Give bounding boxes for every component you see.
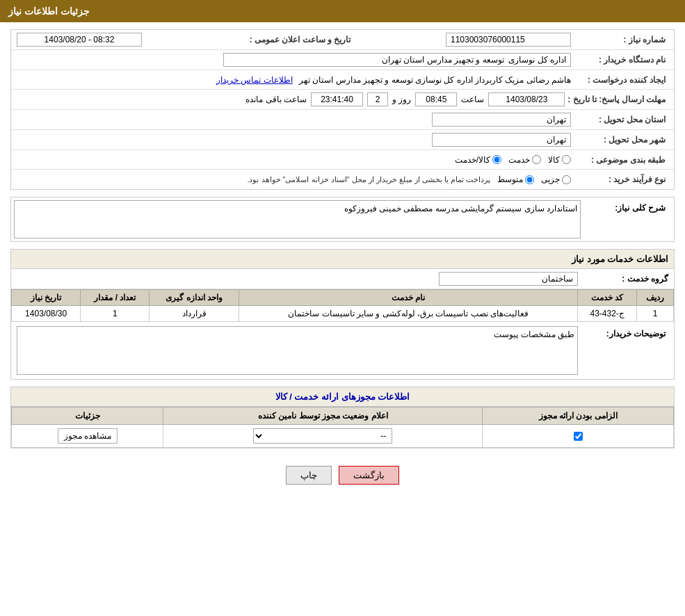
nofarayand-jozii-label[interactable]: جزیی — [541, 175, 571, 184]
info-section: شماره نیاز : تاریخ و ساعت اعلان عمومی : … — [10, 29, 675, 190]
ijad-value-cell: هاشم رضائی مزیک کاربرداز اداره کل نوسازی… — [14, 74, 574, 86]
sharh-section: شرح کلی نیاز: استاندارد سازی سیستم گرمای… — [10, 197, 675, 242]
col-tedad: تعداد / مقدار — [81, 290, 150, 306]
mohlat-value-cell: ساعت روز و ساعت باقی مانده — [14, 91, 567, 108]
services-section: اطلاعات خدمات مورد نیاز گروه خدمت : ردیف… — [10, 249, 675, 380]
col-vahed: واحد اندازه گیری — [150, 290, 239, 306]
nofarayand-motevaset-radio[interactable] — [525, 175, 534, 184]
group-input[interactable] — [439, 272, 578, 286]
col-tarikh: تاریخ نیاز — [12, 290, 81, 306]
tosiyeh-box: توضیحات خریدار: طبق مشخصات پیوست — [11, 322, 674, 379]
sharh-textarea[interactable]: استاندارد سازی سیستم گرمایشی مدرسه مصطفی… — [14, 200, 581, 238]
row-mohlat: مهلت ارسال پاسخ: تا تاریخ : ساعت روز و س… — [11, 90, 674, 110]
tabaqe-khedmat-label[interactable]: خدمت — [508, 155, 541, 165]
namdastgah-input[interactable] — [223, 53, 571, 67]
tabaqe-kala-khedmat-radio[interactable] — [492, 155, 501, 164]
mohlat-date-input[interactable] — [488, 92, 565, 106]
table-row: -- مشاهده مجوز — [12, 425, 674, 448]
tabaqe-value-cell: کالا خدمت کالا/خدمت — [14, 154, 574, 166]
tarikh-value-cell — [14, 31, 232, 48]
col-radif: ردیف — [637, 290, 674, 306]
ijad-label: ایجاد کننده درخواست : — [574, 75, 671, 85]
mohlat-baqi-input[interactable] — [311, 92, 363, 106]
elzami-checkbox[interactable] — [574, 432, 583, 441]
print-button[interactable]: چاپ — [286, 466, 332, 485]
group-row: گروه خدمت : — [11, 269, 674, 289]
tabaqe-kala-label[interactable]: کالا — [548, 155, 571, 165]
shomara-value-cell — [357, 31, 574, 48]
mozah-button[interactable]: مشاهده مجوز — [58, 428, 118, 444]
mohlat-rooz-label: روز و — [392, 95, 411, 104]
shomara-label: شماره نیاز : — [574, 35, 671, 44]
cell-kod: ج-432-43 — [578, 306, 637, 322]
namdastgah-value-cell — [14, 51, 574, 68]
tosiyeh-textarea[interactable]: طبق مشخصات پیوست — [17, 326, 578, 375]
cell-name: فعالیت‌های نصب تاسیسات برق، لوله‌کشی و س… — [239, 306, 578, 322]
nofarayand-value-cell: جزیی متوسط پرداخت تمام یا بخشی از مبلغ خ… — [14, 173, 574, 186]
ijad-link[interactable]: اطلاعات تماس خریدار — [216, 75, 293, 85]
cell-vahed: قرارداد — [150, 306, 239, 322]
page-container: جزئیات اطلاعات نیاز شماره نیاز : تاریخ و… — [0, 0, 685, 616]
mojoz-title: اطلاعات مجوزهای ارائه خدمت / کالا — [11, 387, 674, 407]
mojoz-col-joziyat: جزئیات — [12, 407, 163, 425]
mohlat-label: مهلت ارسال پاسخ: تا تاریخ : — [567, 95, 671, 104]
tabaqe-kala-khedmat-label[interactable]: کالا/خدمت — [455, 155, 501, 165]
row-tabaqe: طبقه بندی موضوعی : کالا خدمت — [11, 150, 674, 170]
tabaqe-label: طبقه بندی موضوعی : — [574, 155, 671, 165]
mojoz-col-status: اعلام وضعیت مجوز توسط نامین کننده — [163, 407, 483, 425]
ijad-value: هاشم رضائی مزیک کاربرداز اداره کل نوسازی… — [299, 75, 571, 85]
mojoz-table: الزامی بودن ارائه مجوز اعلام وضعیت مجوز … — [11, 407, 674, 448]
nofarayand-motevaset-label[interactable]: متوسط — [497, 175, 534, 184]
nofarayand-jozii-radio[interactable] — [562, 175, 571, 184]
group-label: گروه خدمت : — [578, 274, 668, 284]
row-ijad: ایجاد کننده درخواست : هاشم رضائی مزیک کا… — [11, 70, 674, 90]
services-title: اطلاعات خدمات مورد نیاز — [11, 250, 674, 269]
cell-tedad: 1 — [81, 306, 150, 322]
row-ostan: استان محل تحویل : — [11, 110, 674, 130]
btn-row: بازگشت چاپ — [10, 455, 675, 495]
mohlat-rooz-input[interactable] — [367, 92, 388, 106]
cell-joziyat: مشاهده مجوز — [12, 425, 163, 448]
tarikh-input[interactable] — [17, 33, 142, 47]
mohlat-saat-label: ساعت — [461, 95, 484, 104]
ostan-label: استان محل تحویل : — [574, 115, 671, 124]
col-kod: کد خدمت — [578, 290, 637, 306]
cell-status: -- — [163, 425, 483, 448]
tarikh-label: تاریخ و ساعت اعلان عمومی : — [232, 35, 357, 44]
cell-radif: 1 — [637, 306, 674, 322]
row-namdastgah: نام دستگاه خریدار : — [11, 50, 674, 70]
mohlat-baqi-label: ساعت باقی مانده — [245, 95, 307, 104]
sharh-label: شرح کلی نیاز: — [581, 200, 671, 238]
mojoz-col-elzami: الزامی بودن ارائه مجوز — [483, 407, 674, 425]
nofarayand-label: نوع فرآیند خرید : — [574, 175, 671, 184]
shahr-label: شهر محل تحویل : — [574, 135, 671, 145]
table-row: 1 ج-432-43 فعالیت‌های نصب تاسیسات برق، ل… — [12, 306, 674, 322]
row-shomara: شماره نیاز : تاریخ و ساعت اعلان عمومی : — [11, 30, 674, 50]
col-name: نام خدمت — [239, 290, 578, 306]
shomara-input[interactable] — [446, 33, 571, 47]
nofarayand-desc: پرداخت تمام یا بخشی از مبلغ خریدار از مح… — [247, 175, 490, 184]
tabaqe-kala-radio[interactable] — [562, 155, 571, 164]
namdastgah-label: نام دستگاه خریدار : — [574, 55, 671, 65]
back-button[interactable]: بازگشت — [339, 466, 399, 485]
page-header: جزئیات اطلاعات نیاز — [0, 0, 685, 22]
status-select[interactable]: -- — [253, 428, 392, 444]
page-title: جزئیات اطلاعات نیاز — [8, 6, 90, 17]
mohlat-saat-input[interactable] — [415, 92, 457, 106]
mojoz-section: اطلاعات مجوزهای ارائه خدمت / کالا الزامی… — [10, 387, 675, 448]
tosiyeh-label: توضیحات خریدار: — [578, 326, 668, 375]
ostan-value-cell — [14, 111, 574, 128]
shahr-value-cell — [14, 131, 574, 148]
cell-elzami — [483, 425, 674, 448]
row-nofarayand: نوع فرآیند خرید : جزیی متوسط پرداخت تمام… — [11, 170, 674, 189]
tabaqe-khedmat-radio[interactable] — [532, 155, 541, 164]
ostan-input[interactable] — [432, 113, 571, 127]
main-content: شماره نیاز : تاریخ و ساعت اعلان عمومی : … — [0, 22, 685, 502]
cell-tarikh: 1403/08/30 — [12, 306, 81, 322]
row-shahr: شهر محل تحویل : — [11, 130, 674, 150]
services-table: ردیف کد خدمت نام خدمت واحد اندازه گیری ت… — [11, 289, 674, 322]
shahr-input[interactable] — [432, 133, 571, 147]
